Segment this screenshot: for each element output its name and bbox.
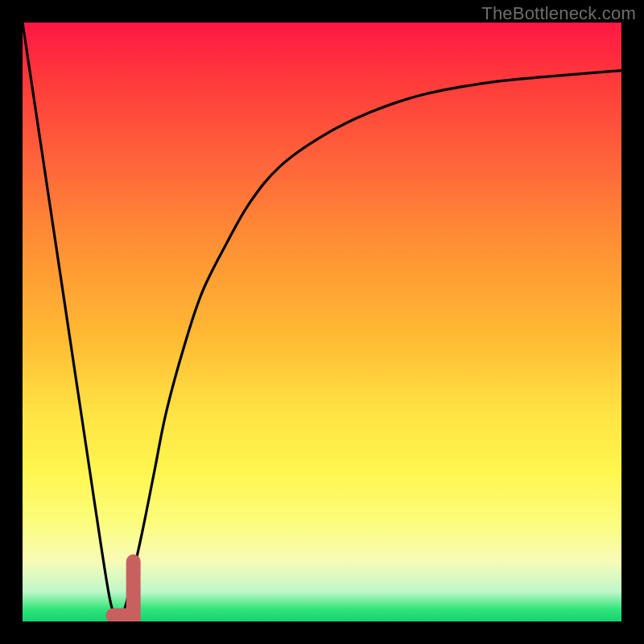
curve-layer [23, 23, 621, 621]
chart-frame: TheBottleneck.com [0, 0, 644, 644]
watermark-text: TheBottleneck.com [481, 3, 636, 24]
plot-area [23, 23, 621, 621]
highlight-marker [113, 562, 133, 616]
bottleneck-curve [23, 23, 621, 616]
